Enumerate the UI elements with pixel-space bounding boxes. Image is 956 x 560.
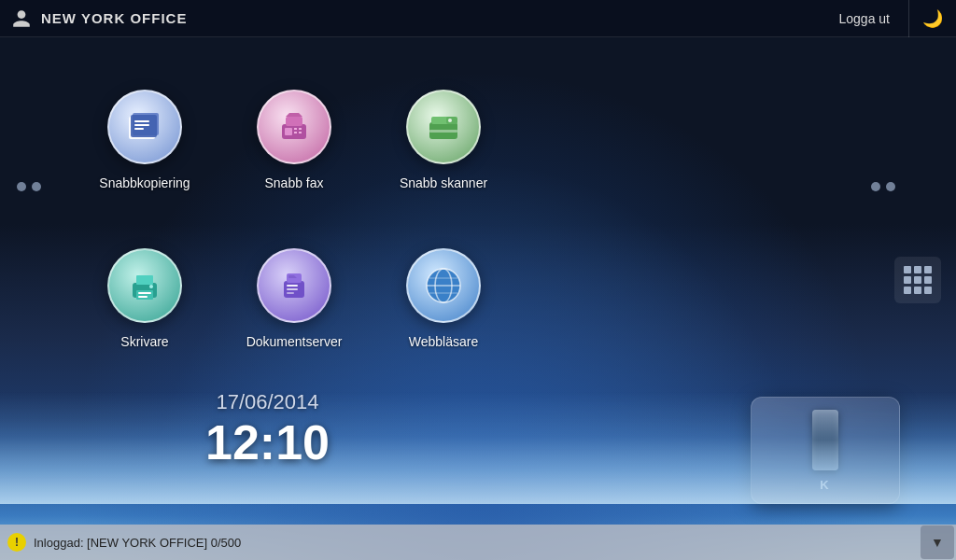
copy-label: Snabbkopiering — [99, 175, 190, 190]
svg-rect-26 — [287, 285, 298, 287]
dot-3 — [871, 182, 880, 191]
app-icon-printer[interactable]: Skrivare — [75, 224, 215, 373]
status-text: Inloggad: [NEW YORK OFFICE] 0/500 — [34, 536, 921, 550]
status-warning-icon: ! — [7, 533, 26, 552]
docserver-icon-circle — [257, 248, 331, 323]
svg-rect-21 — [138, 292, 151, 294]
topbar-left: NEW YORK OFFICE — [0, 8, 821, 29]
printer-icon-circle — [107, 248, 182, 323]
svg-rect-8 — [294, 128, 297, 130]
svg-rect-20 — [136, 275, 153, 285]
scanner-icon-circle — [406, 90, 481, 164]
fax-label: Snabb fax — [264, 175, 323, 190]
docserver-icon — [271, 262, 317, 309]
scanner-label: Snabb skanner — [400, 175, 487, 190]
app-icon-copy[interactable]: Snabbkopiering — [75, 65, 215, 215]
time-display: 12:10 — [205, 418, 330, 467]
user-icon — [11, 8, 32, 29]
svg-rect-9 — [294, 132, 297, 133]
date-display: 17/06/2014 — [205, 390, 330, 414]
side-dots-right — [871, 182, 895, 378]
dot-4 — [886, 182, 895, 191]
side-dots-left — [17, 182, 41, 378]
chevron-down-icon: ▼ — [931, 535, 944, 550]
scanner-icon — [420, 104, 467, 150]
dot-2 — [32, 182, 41, 191]
svg-point-17 — [448, 119, 452, 122]
svg-rect-12 — [286, 117, 302, 126]
copy-icon — [121, 104, 168, 150]
app-icon-docserver[interactable]: Dokumentserver — [224, 224, 364, 373]
dot-1 — [17, 182, 26, 191]
svg-rect-5 — [134, 128, 144, 130]
printer-icon — [121, 262, 168, 309]
svg-point-23 — [149, 285, 153, 288]
browser-icon-circle — [406, 248, 481, 323]
svg-rect-15 — [429, 130, 457, 133]
svg-rect-7 — [285, 128, 292, 135]
topbar-right: Logga ut 🌙 — [821, 0, 957, 37]
night-mode-button[interactable]: 🌙 — [909, 0, 956, 37]
status-bar: ! Inloggad: [NEW YORK OFFICE] 0/500 ▼ — [0, 525, 956, 560]
app-icon-scanner[interactable]: Snabb skanner — [373, 65, 513, 215]
datetime-widget: 17/06/2014 12:10 — [205, 390, 330, 467]
printer-label: Skrivare — [120, 334, 168, 349]
browser-label: Webbläsare — [409, 334, 478, 349]
app-icons-grid: Snabbkopiering Snabb fax — [75, 65, 513, 373]
svg-rect-4 — [134, 124, 149, 126]
main-content: Snabbkopiering Snabb fax — [0, 37, 956, 523]
app-icon-fax[interactable]: Snabb fax — [224, 65, 364, 215]
svg-rect-3 — [134, 120, 149, 122]
logout-button[interactable]: Logga ut — [821, 0, 910, 37]
docserver-label: Dokumentserver — [246, 334, 343, 349]
grid-menu-button[interactable] — [894, 257, 941, 303]
svg-rect-28 — [287, 292, 294, 294]
grid-dots-icon — [904, 266, 932, 294]
fax-icon-circle — [257, 90, 331, 164]
status-expand-button[interactable]: ▼ — [921, 525, 954, 559]
office-title: NEW YORK OFFICE — [41, 10, 187, 26]
svg-rect-22 — [138, 296, 148, 298]
svg-rect-19 — [136, 290, 153, 300]
app-icon-browser[interactable]: Webbläsare — [373, 224, 513, 373]
copy-icon-circle — [107, 90, 182, 164]
fax-icon — [271, 104, 317, 150]
svg-rect-11 — [299, 132, 302, 133]
svg-rect-10 — [299, 128, 302, 130]
svg-rect-27 — [287, 288, 298, 290]
browser-icon — [420, 262, 467, 309]
topbar: NEW YORK OFFICE Logga ut 🌙 — [0, 0, 956, 37]
